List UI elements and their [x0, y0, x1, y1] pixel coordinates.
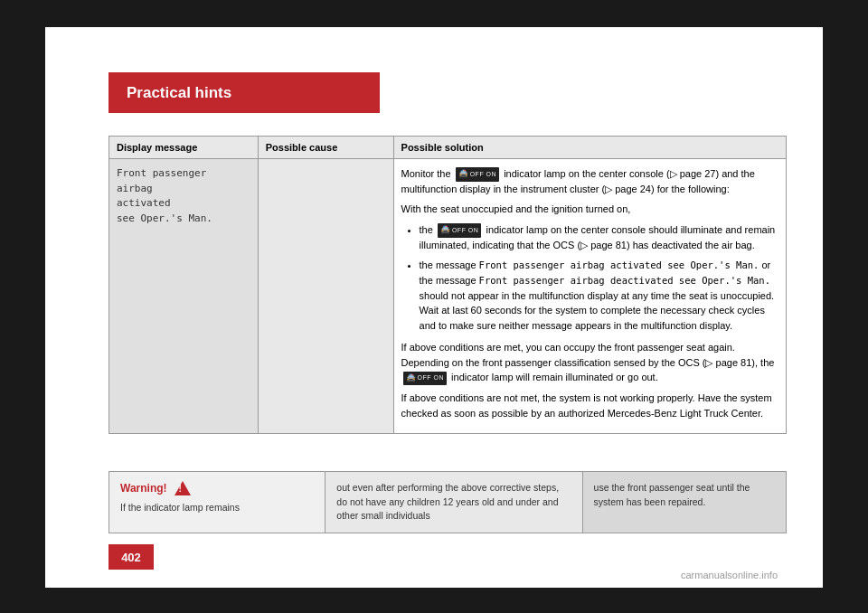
- col-header-display: Display message: [109, 137, 259, 159]
- page-number: 402: [108, 544, 154, 570]
- col-header-solution: Possible solution: [393, 137, 786, 159]
- off-label-2: OFF ON: [452, 226, 478, 236]
- display-message-cell: Front passenger airbag activated see Ope…: [109, 159, 259, 434]
- possible-cause-cell: [258, 159, 393, 434]
- right-sidebar: [825, 0, 868, 613]
- solution-para-3: If above conditions are met, you can occ…: [401, 340, 778, 385]
- solution-para-1: Monitor the 🚔 OFF ON indicator lamp on t…: [401, 166, 778, 196]
- left-sidebar: [0, 0, 43, 613]
- warning-left-box: Warning! If the indicator lamp remains: [109, 472, 326, 533]
- solution-list: the 🚔 OFF ON indicator lamp on the cente…: [420, 222, 778, 333]
- possible-solution-cell: Monitor the 🚔 OFF ON indicator lamp on t…: [393, 159, 786, 434]
- warning-label: Warning!: [120, 482, 167, 495]
- top-bar: [43, 0, 825, 27]
- solution-bullet-2: the message Front passenger airbag activ…: [420, 258, 778, 333]
- warning-title: Warning!: [120, 481, 314, 495]
- airbag-icon-3: 🚔 OFF ON: [403, 372, 447, 386]
- table-row: Front passenger airbag activated see Ope…: [109, 159, 787, 434]
- watermark: carmanualsonline.info: [681, 570, 778, 580]
- warning-area: Warning! If the indicator lamp remains o…: [108, 471, 787, 533]
- person-icon: 🚔: [458, 168, 468, 181]
- airbag-icon-1: 🚔 OFF ON: [456, 167, 499, 182]
- airbag-icon-2: 🚔 OFF ON: [438, 223, 481, 238]
- person-icon-3: 🚔: [406, 373, 416, 385]
- solution-para-2: With the seat unoccupied and the ignitio…: [401, 202, 778, 217]
- col-header-cause: Possible cause: [258, 137, 393, 159]
- solution-bullet-1: the 🚔 OFF ON indicator lamp on the cente…: [420, 222, 778, 252]
- warning-right-box: use the front passenger seat until the s…: [583, 472, 786, 533]
- solution-para-4: If above conditions are not met, the sys…: [401, 391, 778, 420]
- person-icon-2: 🚔: [440, 224, 450, 237]
- main-table: Display message Possible cause Possible …: [108, 136, 787, 434]
- code-msg-1: Front passenger airbag activated see Ope…: [479, 259, 760, 270]
- display-message-text: Front passenger airbag activated see Ope…: [117, 167, 212, 224]
- page-title: Practical hints: [127, 84, 231, 102]
- off-label-3: OFF ON: [418, 373, 444, 383]
- header-band: Practical hints: [108, 72, 380, 113]
- warning-mid-box: out even after performing the above corr…: [326, 472, 582, 533]
- code-msg-2: Front passenger airbag deactivated see O…: [479, 275, 770, 286]
- off-label: OFF ON: [470, 170, 496, 180]
- page-content: Practical hints Display message Possible…: [45, 27, 823, 588]
- warning-left-text: If the indicator lamp remains: [120, 501, 314, 515]
- warning-triangle-icon: [175, 481, 191, 495]
- content-area: Display message Possible cause Possible …: [108, 136, 787, 497]
- bottom-bar: [43, 588, 825, 613]
